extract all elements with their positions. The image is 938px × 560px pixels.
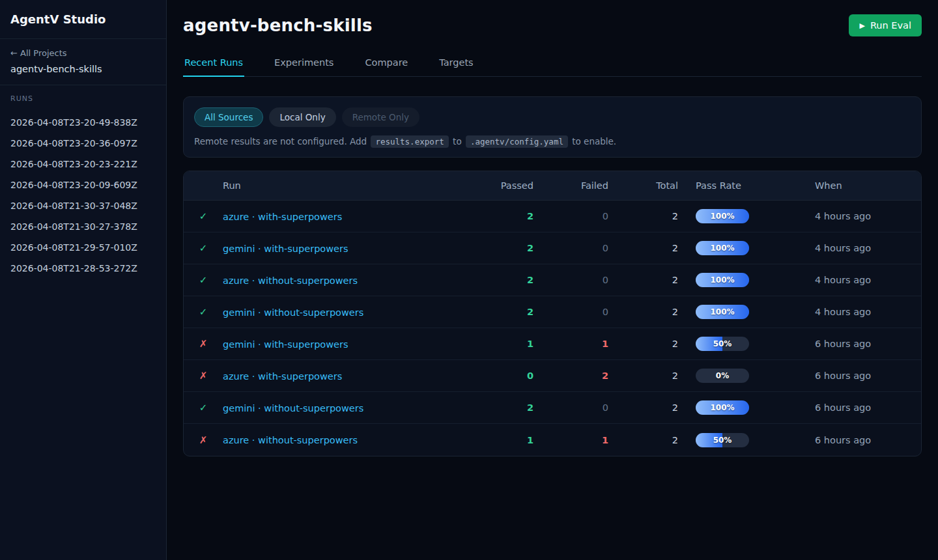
total-count: 2 — [608, 243, 678, 253]
note-middle: to — [453, 136, 462, 147]
failed-count: 0 — [533, 243, 608, 253]
sidebar: AgentV Studio ← All Projects agentv-benc… — [0, 0, 167, 560]
run-link[interactable]: azure · with-superpowers — [223, 371, 342, 382]
fail-icon: ✗ — [184, 338, 223, 350]
pass-icon: ✓ — [184, 210, 223, 222]
table-row[interactable]: ✓ gemini · without-superpowers 2 0 2 100… — [184, 296, 921, 328]
total-count: 2 — [608, 275, 678, 285]
failed-count: 0 — [533, 307, 608, 317]
run-link[interactable]: azure · without-superpowers — [223, 435, 358, 445]
table-row[interactable]: ✓ azure · without-superpowers 2 0 2 100%… — [184, 264, 921, 296]
table-body: ✓ azure · with-superpowers 2 0 2 100% 4 … — [184, 201, 921, 456]
pass-rate-label: 100% — [696, 400, 749, 415]
failed-count: 1 — [533, 339, 608, 349]
passed-count: 1 — [475, 339, 533, 349]
sidebar-run-item[interactable]: 2026-04-08T23-20-23-221Z — [10, 154, 156, 175]
pass-rate-label: 50% — [696, 337, 749, 351]
sidebar-run-item[interactable]: 2026-04-08T21-29-57-010Z — [10, 237, 156, 258]
runs-section-label: RUNS — [10, 94, 156, 103]
when-label: 4 hours ago — [815, 211, 921, 221]
app-title: AgentV Studio — [10, 12, 156, 26]
run-link[interactable]: gemini · with-superpowers — [223, 244, 348, 254]
note-suffix: to enable. — [572, 136, 616, 147]
runs-table: Run Passed Failed Total Pass Rate When ✓… — [183, 171, 922, 456]
fail-icon: ✗ — [184, 370, 223, 382]
pass-rate-pill: 100% — [696, 305, 749, 319]
main-content: agentv-bench-skills ▶ Run Eval Recent Ru… — [167, 0, 938, 560]
main-header: agentv-bench-skills ▶ Run Eval — [183, 0, 922, 36]
table-row[interactable]: ✗ azure · without-superpowers 1 1 2 50% … — [184, 424, 921, 456]
failed-count: 0 — [533, 402, 608, 413]
tab-experiments[interactable]: Experiments — [273, 55, 335, 76]
table-row[interactable]: ✓ azure · with-superpowers 2 0 2 100% 4 … — [184, 201, 921, 232]
sidebar-run-item[interactable]: 2026-04-08T23-20-36-097Z — [10, 133, 156, 154]
filter-all-sources[interactable]: All Sources — [194, 107, 263, 127]
passed-count: 2 — [475, 243, 533, 253]
pass-rate-pill: 100% — [696, 209, 749, 223]
pass-icon: ✓ — [184, 306, 223, 318]
passed-count: 1 — [475, 435, 533, 445]
when-label: 6 hours ago — [815, 402, 921, 413]
passed-count: 2 — [475, 275, 533, 285]
page-title: agentv-bench-skills — [183, 16, 373, 35]
col-when: When — [815, 180, 921, 191]
when-label: 6 hours ago — [815, 339, 921, 349]
sidebar-run-item[interactable]: 2026-04-08T21-30-37-048Z — [10, 195, 156, 216]
col-run: Run — [223, 180, 475, 191]
failed-count: 0 — [533, 211, 608, 221]
total-count: 2 — [608, 435, 678, 445]
back-arrow-icon: ← — [10, 48, 18, 58]
sidebar-run-item[interactable]: 2026-04-08T23-20-09-609Z — [10, 175, 156, 195]
total-count: 2 — [608, 211, 678, 221]
failed-count: 0 — [533, 275, 608, 285]
run-link[interactable]: gemini · with-superpowers — [223, 339, 348, 350]
table-row[interactable]: ✓ gemini · without-superpowers 2 0 2 100… — [184, 392, 921, 424]
filter-local-only[interactable]: Local Only — [269, 107, 335, 127]
table-header-row: Run Passed Failed Total Pass Rate When — [184, 171, 921, 201]
when-label: 6 hours ago — [815, 435, 921, 445]
run-list: 2026-04-08T23-20-49-838Z 2026-04-08T23-2… — [10, 112, 156, 279]
run-link[interactable]: gemini · without-superpowers — [223, 403, 363, 413]
pass-icon: ✓ — [184, 402, 223, 413]
all-projects-link[interactable]: ← All Projects — [10, 48, 156, 58]
sidebar-run-item[interactable]: 2026-04-08T21-30-27-378Z — [10, 216, 156, 237]
passed-count: 2 — [475, 402, 533, 413]
pass-rate-pill: 100% — [696, 400, 749, 415]
pass-rate-pill: 100% — [696, 241, 749, 255]
tab-recent-runs[interactable]: Recent Runs — [183, 55, 244, 76]
sidebar-runs-section: RUNS 2026-04-08T23-20-49-838Z 2026-04-08… — [0, 85, 166, 288]
pass-rate-label: 100% — [696, 305, 749, 319]
total-count: 2 — [608, 307, 678, 317]
table-row[interactable]: ✗ gemini · with-superpowers 1 1 2 50% 6 … — [184, 328, 921, 360]
tab-compare[interactable]: Compare — [363, 55, 409, 76]
table-row[interactable]: ✓ gemini · with-superpowers 2 0 2 100% 4… — [184, 232, 921, 264]
table-row[interactable]: ✗ azure · with-superpowers 0 2 2 0% 6 ho… — [184, 360, 921, 392]
pass-icon: ✓ — [184, 242, 223, 254]
pass-rate-pill: 0% — [696, 369, 749, 383]
source-filter-pills: All Sources Local Only Remote Only — [194, 107, 911, 127]
sidebar-run-item[interactable]: 2026-04-08T23-20-49-838Z — [10, 112, 156, 133]
when-label: 4 hours ago — [815, 307, 921, 317]
filter-remote-only[interactable]: Remote Only — [342, 107, 419, 127]
when-label: 4 hours ago — [815, 243, 921, 253]
total-count: 2 — [608, 402, 678, 413]
sidebar-run-item[interactable]: 2026-04-08T21-28-53-272Z — [10, 258, 156, 279]
run-eval-label: Run Eval — [870, 20, 911, 31]
run-link[interactable]: azure · without-superpowers — [223, 275, 358, 286]
play-icon: ▶ — [859, 21, 864, 30]
col-passed: Passed — [475, 180, 533, 191]
tab-targets[interactable]: Targets — [438, 55, 474, 76]
passed-count: 2 — [475, 307, 533, 317]
run-link[interactable]: gemini · without-superpowers — [223, 307, 363, 318]
run-eval-button[interactable]: ▶ Run Eval — [849, 14, 922, 36]
remote-config-note: Remote results are not configured. Add r… — [194, 136, 911, 147]
failed-count: 1 — [533, 435, 608, 445]
tab-bar: Recent Runs Experiments Compare Targets — [183, 55, 922, 77]
col-pass-rate: Pass Rate — [678, 180, 815, 191]
passed-count: 2 — [475, 211, 533, 221]
pass-rate-pill: 50% — [696, 433, 749, 447]
col-failed: Failed — [533, 180, 608, 191]
pass-rate-label: 100% — [696, 273, 749, 287]
run-link[interactable]: azure · with-superpowers — [223, 212, 342, 222]
project-name: agentv-bench-skills — [10, 64, 156, 74]
